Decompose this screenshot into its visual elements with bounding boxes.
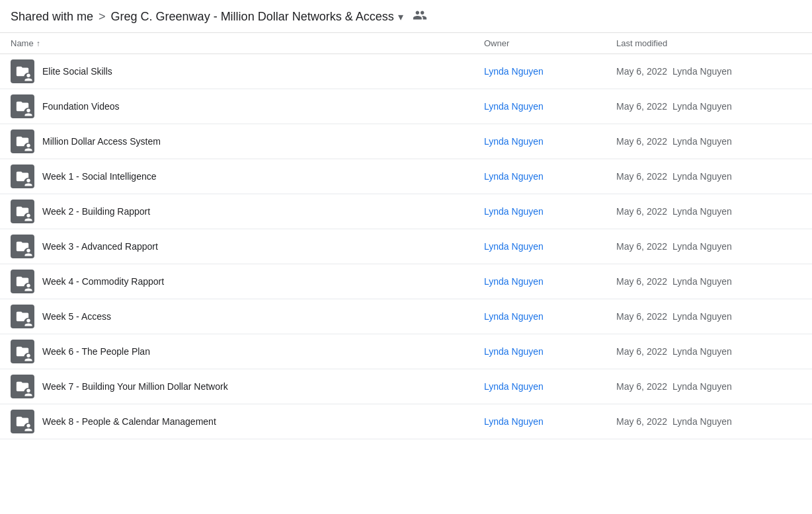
row-filename: Elite Social Skills — [42, 66, 112, 77]
folder-icon — [11, 340, 34, 363]
row-filename: Week 6 - The People Plan — [42, 346, 150, 357]
folder-dropdown-button[interactable]: ▾ — [398, 11, 403, 23]
row-filename: Week 1 - Social Intelligence — [42, 171, 157, 182]
row-name-col: Week 7 - Building Your Million Dollar Ne… — [11, 375, 484, 398]
table-body: Elite Social Skills Lynda Nguyen May 6, … — [0, 54, 812, 439]
column-last-modified[interactable]: Last modified — [616, 38, 801, 48]
modified-user: Lynda Nguyen — [672, 241, 732, 252]
modified-date: May 6, 2022 — [616, 311, 667, 322]
file-table: Name ↑ Owner Last modified Elite Social — [0, 33, 812, 439]
table-row[interactable]: Elite Social Skills Lynda Nguyen May 6, … — [0, 54, 812, 89]
modified-date: May 6, 2022 — [616, 171, 667, 182]
folder-shared-badge — [24, 353, 33, 362]
column-owner[interactable]: Owner — [484, 38, 616, 48]
row-modified: May 6, 2022 Lynda Nguyen — [616, 171, 801, 182]
folder-icon — [11, 270, 34, 293]
folder-icon — [11, 94, 34, 118]
folder-shared-badge — [24, 423, 33, 432]
row-filename: Week 2 - Building Rapport — [42, 206, 150, 217]
modified-user: Lynda Nguyen — [672, 136, 732, 147]
table-row[interactable]: Week 1 - Social Intelligence Lynda Nguye… — [0, 159, 812, 194]
table-row[interactable]: Week 8 - People & Calendar Management Ly… — [0, 404, 812, 439]
folder-shared-badge — [24, 143, 33, 152]
modified-date: May 6, 2022 — [616, 416, 667, 427]
folder-icon — [11, 375, 34, 398]
modified-date: May 6, 2022 — [616, 136, 667, 147]
row-owner[interactable]: Lynda Nguyen — [484, 206, 616, 217]
folder-shared-badge — [24, 108, 33, 117]
table-row[interactable]: Million Dollar Access System Lynda Nguye… — [0, 124, 812, 159]
folder-icon — [11, 235, 34, 258]
row-owner[interactable]: Lynda Nguyen — [484, 381, 616, 392]
row-filename: Week 5 - Access — [42, 311, 111, 322]
row-owner[interactable]: Lynda Nguyen — [484, 136, 616, 147]
folder-shared-badge — [24, 73, 33, 82]
folder-icon — [11, 129, 34, 153]
modified-date: May 6, 2022 — [616, 101, 667, 112]
table-row[interactable]: Week 4 - Commodity Rapport Lynda Nguyen … — [0, 264, 812, 299]
current-folder-label: Greg C. Greenway - Million Dollar Networ… — [111, 10, 394, 24]
folder-icon — [11, 200, 34, 223]
row-filename: Foundation Videos — [42, 101, 120, 112]
row-filename: Week 4 - Commodity Rapport — [42, 276, 164, 287]
row-modified: May 6, 2022 Lynda Nguyen — [616, 241, 801, 252]
row-owner[interactable]: Lynda Nguyen — [484, 346, 616, 357]
folder-shared-badge — [24, 248, 33, 257]
modified-user: Lynda Nguyen — [672, 311, 732, 322]
row-modified: May 6, 2022 Lynda Nguyen — [616, 416, 801, 427]
folder-shared-badge — [24, 178, 33, 187]
breadcrumb-separator: > — [99, 10, 106, 24]
folder-shared-badge — [24, 388, 33, 397]
row-name-col: Week 5 - Access — [11, 305, 484, 328]
row-owner[interactable]: Lynda Nguyen — [484, 311, 616, 322]
row-owner[interactable]: Lynda Nguyen — [484, 241, 616, 252]
row-filename: Million Dollar Access System — [42, 136, 161, 147]
row-name-col: Elite Social Skills — [11, 59, 484, 83]
shared-with-me-link[interactable]: Shared with me — [11, 10, 93, 24]
row-owner[interactable]: Lynda Nguyen — [484, 66, 616, 77]
row-modified: May 6, 2022 Lynda Nguyen — [616, 346, 801, 357]
table-row[interactable]: Week 2 - Building Rapport Lynda Nguyen M… — [0, 194, 812, 229]
table-row[interactable]: Week 3 - Advanced Rapport Lynda Nguyen M… — [0, 229, 812, 264]
row-modified: May 6, 2022 Lynda Nguyen — [616, 66, 801, 77]
row-name-col: Week 4 - Commodity Rapport — [11, 270, 484, 293]
row-name-col: Foundation Videos — [11, 94, 484, 118]
table-header: Name ↑ Owner Last modified — [0, 33, 812, 54]
row-modified: May 6, 2022 Lynda Nguyen — [616, 311, 801, 322]
row-owner[interactable]: Lynda Nguyen — [484, 416, 616, 427]
row-owner[interactable]: Lynda Nguyen — [484, 276, 616, 287]
row-modified: May 6, 2022 Lynda Nguyen — [616, 381, 801, 392]
row-filename: Week 8 - People & Calendar Management — [42, 416, 216, 427]
current-folder-name: Greg C. Greenway - Million Dollar Networ… — [111, 10, 403, 24]
modified-user: Lynda Nguyen — [672, 171, 732, 182]
modified-date: May 6, 2022 — [616, 66, 667, 77]
modified-user: Lynda Nguyen — [672, 206, 732, 217]
folder-shared-badge — [24, 283, 33, 292]
row-name-col: Week 8 - People & Calendar Management — [11, 410, 484, 433]
row-modified: May 6, 2022 Lynda Nguyen — [616, 101, 801, 112]
modified-date: May 6, 2022 — [616, 276, 667, 287]
row-filename: Week 3 - Advanced Rapport — [42, 241, 158, 252]
column-name[interactable]: Name ↑ — [11, 38, 484, 48]
row-modified: May 6, 2022 Lynda Nguyen — [616, 206, 801, 217]
folder-shared-badge — [24, 318, 33, 327]
modified-user: Lynda Nguyen — [672, 416, 732, 427]
breadcrumb-bar: Shared with me > Greg C. Greenway - Mill… — [0, 0, 812, 33]
row-name-col: Week 1 - Social Intelligence — [11, 165, 484, 188]
modified-user: Lynda Nguyen — [672, 66, 732, 77]
row-owner[interactable]: Lynda Nguyen — [484, 171, 616, 182]
table-row[interactable]: Week 5 - Access Lynda Nguyen May 6, 2022… — [0, 299, 812, 334]
row-owner[interactable]: Lynda Nguyen — [484, 101, 616, 112]
table-row[interactable]: Foundation Videos Lynda Nguyen May 6, 20… — [0, 89, 812, 124]
row-name-col: Million Dollar Access System — [11, 129, 484, 153]
sort-arrow-icon: ↑ — [36, 39, 40, 48]
table-row[interactable]: Week 7 - Building Your Million Dollar Ne… — [0, 369, 812, 404]
modified-date: May 6, 2022 — [616, 381, 667, 392]
modified-user: Lynda Nguyen — [672, 101, 732, 112]
column-name-label: Name — [11, 38, 34, 48]
modified-user: Lynda Nguyen — [672, 381, 732, 392]
table-row[interactable]: Week 6 - The People Plan Lynda Nguyen Ma… — [0, 334, 812, 369]
row-name-col: Week 2 - Building Rapport — [11, 200, 484, 223]
row-filename: Week 7 - Building Your Million Dollar Ne… — [42, 381, 228, 392]
share-people-icon[interactable] — [413, 8, 427, 26]
